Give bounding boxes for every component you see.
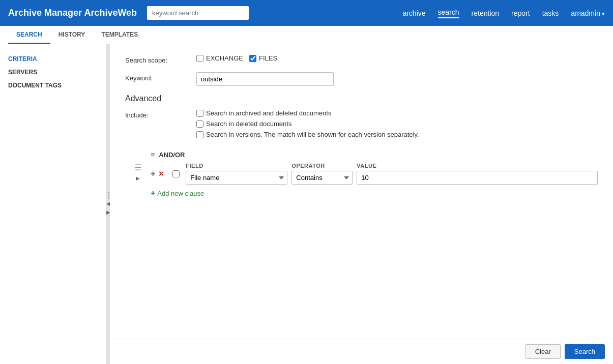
operator-column-header: OPERATOR — [291, 163, 353, 169]
nav-archive[interactable]: archive — [402, 9, 425, 17]
include-archived-checkbox[interactable] — [196, 110, 203, 117]
include-deleted-label[interactable]: Search in deleted documents — [196, 120, 419, 128]
search-button[interactable]: Search — [565, 344, 605, 359]
nav-search[interactable]: search — [438, 8, 459, 18]
content-area: Search scope: EXCHANGE FILES Keyword: Ad… — [110, 44, 613, 364]
resize-dot — [108, 197, 109, 199]
clause-header: ≡ AND/OR — [151, 150, 598, 159]
operator-column: OPERATOR Contains Does not contain Is eq… — [291, 163, 353, 185]
sidebar: CRITERIA SERVERS DOCUMENT TAGS — [0, 44, 107, 364]
keyword-input[interactable] — [196, 72, 334, 86]
clause-content: ≡ AND/OR + ✕ FIELD File name Subject — [151, 150, 598, 198]
sidebar-item-document-tags[interactable]: DOCUMENT TAGS — [0, 79, 106, 92]
field-column-header: FIELD — [186, 163, 287, 169]
search-scope-controls: EXCHANGE FILES — [196, 54, 277, 62]
main-layout: CRITERIA SERVERS DOCUMENT TAGS ◀ ▶ Searc… — [0, 44, 613, 364]
include-archived-label[interactable]: Search in archived and deleted documents — [196, 109, 419, 117]
add-new-clause-link[interactable]: + Add new clause — [151, 189, 598, 198]
files-checkbox-label[interactable]: FILES — [249, 54, 277, 62]
add-clause-plus-icon: + — [151, 189, 155, 198]
header: Archive Manager ArchiveWeb archive searc… — [0, 0, 613, 26]
sidebar-item-servers[interactable]: SERVERS — [0, 66, 106, 79]
tab-search[interactable]: SEARCH — [8, 26, 50, 44]
app-title: Archive Manager ArchiveWeb — [8, 8, 137, 18]
tab-bar: SEARCH HISTORY TEMPLATES — [0, 26, 613, 44]
files-checkbox[interactable] — [249, 55, 256, 62]
bottom-bar: Clear Search — [110, 339, 613, 364]
and-or-label: AND/OR — [159, 151, 185, 159]
header-nav: archive search retention report tasks am… — [402, 8, 605, 18]
add-clause-text: Add new clause — [157, 190, 204, 197]
include-checks: Search in archived and deleted documents… — [196, 109, 419, 138]
nav-retention[interactable]: retention — [472, 9, 499, 17]
files-label: FILES — [259, 54, 277, 62]
search-scope-label: Search scope: — [125, 54, 196, 64]
exchange-label: EXCHANGE — [206, 54, 243, 62]
clause-section: ☰ ▶ ≡ AND/OR + ✕ FIELD — [125, 150, 598, 198]
include-row: Include: Search in archived and deleted … — [125, 109, 598, 138]
keyword-label: Keyword: — [125, 72, 196, 82]
list-icon: ≡ — [151, 150, 155, 159]
expand-clause-icon[interactable]: ▶ — [135, 174, 141, 182]
value-column-header: VALUE — [357, 163, 598, 169]
advanced-title: Advanced — [125, 94, 598, 103]
operator-select[interactable]: Contains Does not contain Is equal to St… — [291, 171, 353, 185]
add-clause-button[interactable]: + — [151, 170, 155, 178]
exchange-checkbox[interactable] — [196, 55, 203, 62]
nav-amadmin[interactable]: amadmin — [571, 9, 605, 17]
drag-handle-icon[interactable]: ☰ — [134, 163, 141, 172]
nav-report[interactable]: report — [511, 9, 530, 17]
include-archived-text: Search in archived and deleted documents — [206, 109, 331, 117]
sidebar-item-criteria[interactable]: CRITERIA — [0, 52, 106, 66]
tab-history[interactable]: HISTORY — [50, 26, 94, 44]
include-versions-text: Search in versions. The match will be sh… — [206, 131, 419, 138]
include-deleted-checkbox[interactable] — [196, 120, 203, 128]
clause-actions: + ✕ — [151, 170, 164, 178]
resize-dot — [108, 192, 109, 194]
remove-clause-button[interactable]: ✕ — [158, 170, 164, 177]
include-versions-checkbox[interactable] — [196, 131, 203, 138]
include-label: Include: — [125, 109, 196, 119]
include-deleted-text: Search in deleted documents — [206, 120, 291, 128]
field-select[interactable]: File name Subject From To Date Size — [186, 171, 287, 185]
clause-sidebar-controls: ☰ ▶ — [125, 150, 151, 182]
value-column: VALUE — [357, 163, 598, 185]
keyword-search-input[interactable] — [147, 6, 249, 20]
nav-tasks[interactable]: tasks — [542, 9, 559, 17]
clause-checkbox[interactable] — [172, 170, 180, 177]
clause-row: + ✕ FIELD File name Subject From To Date… — [151, 163, 598, 185]
resize-dot — [108, 195, 109, 196]
clear-button[interactable]: Clear — [526, 344, 561, 359]
search-scope-row: Search scope: EXCHANGE FILES — [125, 54, 598, 64]
include-versions-label[interactable]: Search in versions. The match will be sh… — [196, 131, 419, 138]
field-column: FIELD File name Subject From To Date Siz… — [186, 163, 287, 185]
exchange-checkbox-label[interactable]: EXCHANGE — [196, 54, 243, 62]
tab-templates[interactable]: TEMPLATES — [93, 26, 146, 44]
value-input[interactable] — [357, 171, 598, 185]
keyword-row: Keyword: — [125, 72, 598, 86]
